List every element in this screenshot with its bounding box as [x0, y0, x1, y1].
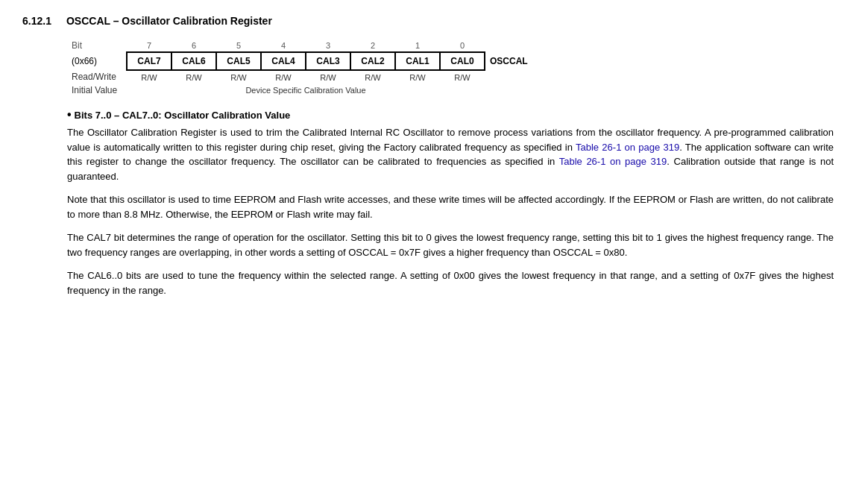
paragraph-3: The CAL7 bit determines the range of ope… [67, 230, 834, 259]
rw-4: R/W [261, 70, 306, 84]
register-name-label: OSCCAL [485, 52, 532, 70]
cal5-cell: CAL5 [216, 52, 261, 70]
bit-3: 3 [306, 39, 350, 52]
cal0-cell: CAL0 [440, 52, 485, 70]
rw-7: R/W [127, 70, 171, 84]
register-table-container: Bit 7 6 5 4 3 2 1 0 (0x66) CAL7 CAL6 CAL… [67, 39, 834, 97]
register-table: Bit 7 6 5 4 3 2 1 0 (0x66) CAL7 CAL6 CAL… [67, 39, 532, 97]
paragraph-2: Note that this oscillator is used to tim… [67, 192, 834, 221]
bullet-section: • Bits 7..0 – CAL7..0: Oscillator Calibr… [67, 109, 834, 183]
rw-label: Read/Write [67, 70, 127, 84]
cal3-cell: CAL3 [306, 52, 350, 70]
register-cell-row: (0x66) CAL7 CAL6 CAL5 CAL4 CAL3 CAL2 CAL… [67, 52, 532, 70]
rw-5: R/W [216, 70, 261, 84]
rw-6: R/W [171, 70, 216, 84]
initial-value-label: Initial Value [67, 84, 127, 97]
bit-1: 1 [395, 39, 440, 52]
address-label: (0x66) [67, 52, 127, 70]
rw-1: R/W [395, 70, 440, 84]
cal2-cell: CAL2 [350, 52, 395, 70]
bit-0: 0 [440, 39, 485, 52]
cal4-cell: CAL4 [261, 52, 306, 70]
rw-row: Read/Write R/W R/W R/W R/W R/W R/W R/W R… [67, 70, 532, 84]
bit-7: 7 [127, 39, 171, 52]
bit-5: 5 [216, 39, 261, 52]
cal6-cell: CAL6 [171, 52, 216, 70]
paragraph-4: The CAL6..0 bits are used to tune the fr… [67, 268, 834, 297]
section-title: OSCCAL – Oscillator Calibration Register [66, 15, 272, 27]
bit-4: 4 [261, 39, 306, 52]
bullet-dot: • [67, 109, 72, 121]
bullet-title-text: Bits 7..0 – CAL7..0: Oscillator Calibrat… [75, 110, 291, 121]
cal7-cell: CAL7 [127, 52, 171, 70]
link-table-26-1-first[interactable]: Table 26-1 on page 319 [576, 142, 679, 153]
initial-value-text: Device Specific Calibration Value [127, 84, 485, 97]
content-area: • Bits 7..0 – CAL7..0: Oscillator Calibr… [67, 109, 834, 297]
paragraph-1: The Oscillator Calibration Register is u… [67, 125, 834, 183]
section-header: 6.12.1 OSCCAL – Oscillator Calibration R… [22, 15, 834, 27]
bit-label: Bit [67, 39, 127, 52]
bit-6: 6 [171, 39, 216, 52]
rw-3: R/W [306, 70, 350, 84]
link-table-26-1-second[interactable]: Table 26-1 on page 319 [559, 156, 667, 167]
bit-row: Bit 7 6 5 4 3 2 1 0 [67, 39, 532, 52]
bullet-title: • Bits 7..0 – CAL7..0: Oscillator Calibr… [67, 109, 834, 121]
bit-2: 2 [350, 39, 395, 52]
section-number: 6.12.1 [22, 15, 51, 27]
rw-0: R/W [440, 70, 485, 84]
rw-2: R/W [350, 70, 395, 84]
initial-value-row: Initial Value Device Specific Calibratio… [67, 84, 532, 97]
cal1-cell: CAL1 [395, 52, 440, 70]
